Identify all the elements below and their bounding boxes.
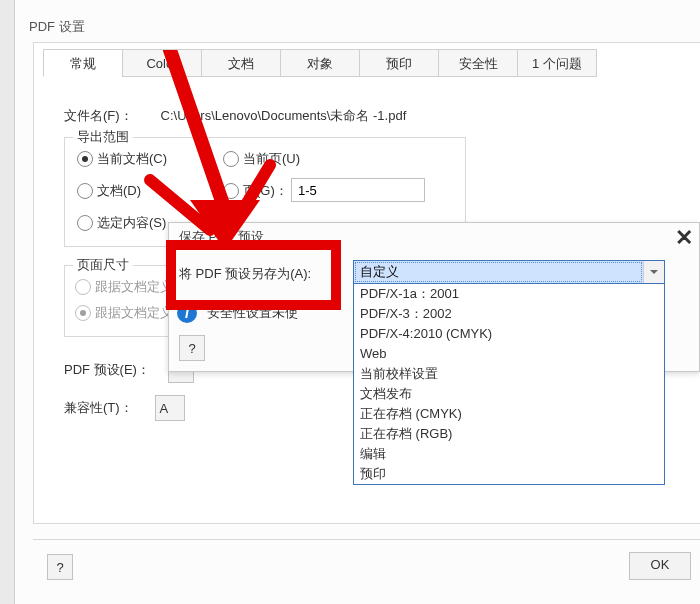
preset-name-dropdown[interactable]: PDF/X-1a：2001 PDF/X-3：2002 PDF/X-4:2010 … [353,284,665,485]
dialog-bottom-bar: ? OK [33,539,700,594]
ok-button[interactable]: OK [629,552,691,580]
tab-document[interactable]: 文档 [201,49,281,77]
preset-option[interactable]: 文档发布 [354,384,664,404]
preset-option[interactable]: PDF/X-4:2010 (CMYK) [354,324,664,344]
popup-title: 保存 PDF 预设 [169,223,699,251]
radio-dot-icon [77,151,93,167]
radio-pages-label: 页(G)： [243,182,288,200]
preset-option[interactable]: 预印 [354,464,664,484]
page-size-legend: 页面尺寸 [73,256,133,274]
tab-general[interactable]: 常规 [43,49,123,77]
popup-help-button[interactable]: ? [179,335,205,361]
radio-dot-icon [223,151,239,167]
save-as-label: 将 PDF 预设另存为(A): [179,265,311,283]
radio-dot-icon [75,279,91,295]
dialog-title: PDF 设置 [29,18,85,36]
radio-dot-icon [77,183,93,199]
radio-pagesize-doc2: 跟据文档定义 [75,304,173,322]
export-range-legend: 导出范围 [73,128,133,146]
popup-close-button[interactable]: ✕ [675,227,693,249]
radio-dot-icon [223,183,239,199]
radio-current-document-label: 当前文档(C) [97,150,167,168]
tab-objects[interactable]: 对象 [280,49,360,77]
preset-option[interactable]: PDF/X-3：2002 [354,304,664,324]
radio-pagesize-doc1: 跟据文档定义 [75,278,173,296]
tab-prepress[interactable]: 预印 [359,49,439,77]
preset-option[interactable]: 正在存档 (CMYK) [354,404,664,424]
radio-dot-icon [75,305,91,321]
help-button[interactable]: ? [47,554,73,580]
tab-security[interactable]: 安全性 [438,49,518,77]
compatibility-label: 兼容性(T)： [64,399,133,417]
radio-selection[interactable]: 选定内容(S) [77,214,166,232]
preset-option[interactable]: 当前校样设置 [354,364,664,384]
radio-pagesize-doc2-label: 跟据文档定义 [95,304,173,322]
pdf-preset-label: PDF 预设(E)： [64,361,150,379]
radio-current-document[interactable]: 当前文档(C) [77,150,167,168]
tab-issues[interactable]: 1 个问题 [517,49,597,77]
chevron-down-icon[interactable] [643,261,664,283]
radio-documents[interactable]: 文档(D) [77,182,141,200]
radio-current-page[interactable]: 当前页(U) [223,150,300,168]
filename-label: 文件名(F)： [64,107,133,125]
popup-info-row: i 安全性设置未使 [177,303,298,323]
compat-peek[interactable]: A [155,395,185,421]
tab-color[interactable]: Color [122,49,202,77]
preset-option[interactable]: PDF/X-1a：2001 [354,284,664,304]
preset-name-selected: 自定义 [354,261,643,283]
preset-option[interactable]: 正在存档 (RGB) [354,424,664,444]
radio-pages[interactable]: 页(G)： [223,182,288,200]
popup-info-text: 安全性设置未使 [207,304,298,322]
radio-pagesize-doc1-label: 跟据文档定义 [95,278,173,296]
pages-input[interactable] [291,178,425,202]
preset-name-combo[interactable]: 自定义 [353,260,665,284]
tab-strip: 常规 Color 文档 对象 预印 安全性 1 个问题 [44,49,597,77]
preset-option[interactable]: 编辑 [354,444,664,464]
preset-option[interactable]: Web [354,344,664,364]
radio-documents-label: 文档(D) [97,182,141,200]
filename-value: C:\Users\Lenovo\Documents\未命名 -1.pdf [161,107,407,125]
radio-current-page-label: 当前页(U) [243,150,300,168]
radio-dot-icon [77,215,93,231]
radio-selection-label: 选定内容(S) [97,214,166,232]
info-icon: i [177,303,197,323]
